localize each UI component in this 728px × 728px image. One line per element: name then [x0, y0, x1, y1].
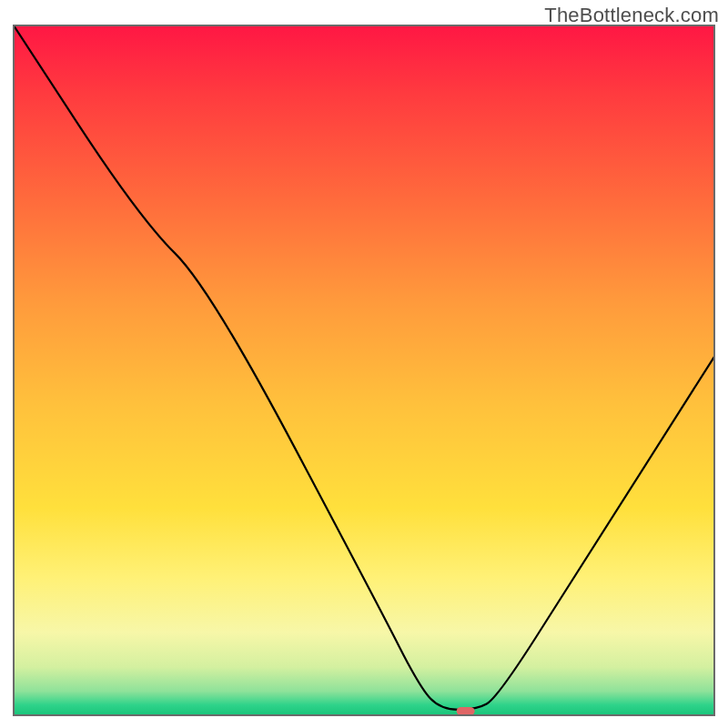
gradient-background [14, 25, 714, 715]
chart-container: TheBottleneck.com [0, 0, 728, 728]
bottleneck-chart [0, 0, 728, 728]
watermark-text: TheBottleneck.com [544, 4, 719, 27]
optimal-marker [457, 707, 475, 715]
